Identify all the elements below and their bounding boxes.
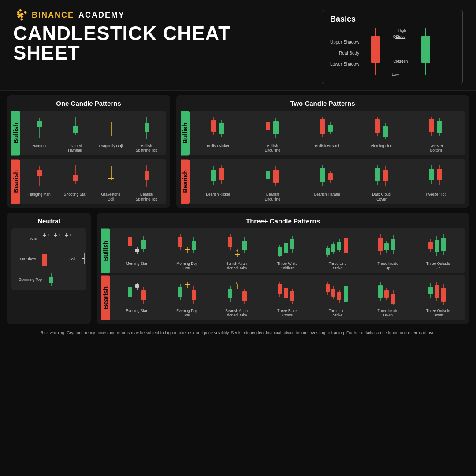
academy-text: ACADEMY [78, 11, 125, 20]
svg-rect-61 [383, 126, 388, 137]
basics-bearish-candle [367, 26, 384, 79]
three-line-strike-bear-candles [324, 278, 351, 307]
three-bearish-label-bar: Bearish [101, 275, 110, 320]
dragonfly-doji-candle [104, 113, 118, 142]
svg-rect-37 [145, 171, 149, 180]
svg-rect-97 [437, 169, 442, 180]
pattern-bullish-spinning-top: Bullish Spinning Top [129, 113, 164, 152]
bullish-kicker-candle [208, 113, 228, 142]
bullish-spinning-top-label: Bullish Spinning Top [134, 144, 160, 152]
svg-rect-55 [328, 125, 333, 132]
two-candle-bearish-group: Bearish Bearish Kicker [181, 159, 465, 204]
neutral-marubozu-doji: Marubozu Doji + [13, 250, 85, 268]
svg-rect-126 [141, 240, 146, 249]
pattern-dark-cloud-cover: Dark Cloud Cover [355, 162, 409, 201]
three-inside-up-label: Three Inside Up [375, 261, 401, 270]
svg-rect-160 [331, 244, 335, 252]
pattern-bearish-spinning-top: Bearish Spinning Top [129, 162, 164, 201]
two-bullish-label-bar: Bullish [181, 111, 190, 155]
morning-star-label: Morning Star [126, 261, 148, 266]
one-candle-bearish-patterns: Hanging Man Shooting Star [20, 159, 166, 204]
evening-doji-star-label: Evening Doji Star [174, 309, 200, 317]
pattern-hanging-man: Hanging Man [22, 162, 57, 201]
neutral-star: Star + + + [13, 230, 85, 248]
marubozu-label: Marubozu [13, 257, 37, 261]
neutral-patterns: Star + + + Marubozu [11, 228, 86, 290]
pattern-dragonfly-doji: Dragonfly Doji [93, 113, 128, 152]
morning-doji-star-candles [176, 231, 198, 260]
binance-text: BINANCE [32, 11, 74, 20]
one-candle-bullish-patterns: Hammer Inverted Hammer [20, 111, 166, 155]
svg-rect-67 [437, 121, 442, 133]
bullish-label-bar: Bullish [11, 111, 20, 155]
svg-text:+: + [69, 233, 72, 238]
one-candle-title: One Candle Patterns [11, 100, 166, 107]
svg-marker-6 [20, 18, 23, 21]
bearish-kicker-label: Bearish Kicker [206, 192, 230, 197]
basics-left-labels: Upper Shadow Real Body Lower Shadow [330, 40, 359, 67]
bottom-content: Neutral Star + + + [0, 210, 476, 326]
bearish-abandoned-baby-candles: + [226, 278, 249, 307]
three-candle-bullish-group: Bullish [101, 228, 465, 273]
svg-rect-117 [49, 277, 53, 283]
inverted-hammer-label: Inverted Hammer [62, 144, 89, 152]
hammer-candle [33, 113, 46, 142]
svg-rect-190 [135, 284, 139, 288]
piercing-line-candle [372, 113, 391, 142]
footer-text: Risk warning: Cryptocurrency prices and … [41, 330, 435, 335]
three-line-strike-bull-label: Three Line Strike [324, 261, 351, 270]
three-white-soldiers-candles [275, 231, 299, 260]
one-candle-section: One Candle Patterns Bullish Hammer [7, 95, 170, 208]
svg-rect-163 [337, 242, 341, 250]
shooting-star-candle [69, 162, 82, 190]
three-inside-up-candles [376, 231, 400, 260]
two-candle-section: Two Candle Patterns Bullish Bullish Kick… [176, 95, 469, 208]
svg-rect-154 [290, 239, 294, 249]
pattern-bearish-kicker: Bearish Kicker [191, 162, 245, 201]
svg-rect-157 [326, 248, 330, 255]
marubozu-candle [40, 250, 48, 268]
pattern-three-outside-up: Three Outside Up [413, 231, 463, 270]
bullish-engulfing-candle [263, 113, 282, 142]
morning-star-candles [126, 231, 148, 260]
header: BINANCE ACADEMY CANDLESTICK CHEAT SHEET … [0, 0, 476, 91]
svg-rect-52 [320, 119, 325, 134]
one-candle-divider [11, 157, 166, 157]
svg-rect-129 [178, 237, 182, 247]
svg-rect-215 [278, 284, 282, 294]
svg-rect-224 [326, 284, 330, 292]
pattern-bullish-abandoned-baby: + Bullish Aban- doned Baby [212, 231, 262, 270]
two-candle-bearish-patterns: Bearish Kicker Bearish Engulfing [190, 159, 465, 204]
hanging-man-label: Hanging Man [28, 192, 51, 197]
svg-rect-233 [344, 286, 348, 302]
two-candle-bullish-group: Bullish Bullish Kicker [181, 111, 465, 155]
three-inside-down-label: Three Inside Down [375, 309, 401, 317]
pattern-inverted-hammer: Inverted Hammer [58, 113, 93, 152]
pattern-evening-star: Evening Star [112, 278, 161, 317]
basics-box: Basics Upper Shadow Real Body Lower Shad… [322, 10, 463, 84]
morning-doji-star-label: Morning Doji Star [174, 261, 200, 270]
svg-rect-187 [128, 287, 132, 297]
pattern-morning-doji-star: Morning Doji Star [162, 231, 212, 270]
one-candle-bullish-group: Bullish Hammer [11, 111, 166, 155]
svg-rect-148 [278, 247, 282, 256]
pattern-morning-star: Morning Star [112, 231, 161, 270]
svg-rect-202 [192, 290, 196, 300]
dark-cloud-cover-label: Dark Cloud Cover [368, 192, 395, 201]
pattern-three-black-crows: Three Black Crows [263, 278, 312, 317]
pattern-bullish-engulfing: Bullish Engulfing [246, 113, 300, 152]
pattern-three-white-soldiers: Three White Soldiers [263, 231, 312, 270]
pattern-hammer: Hammer [22, 113, 57, 152]
dark-cloud-cover-candle [372, 162, 391, 190]
three-candle-section: Three+ Candle Patterns Bullish [97, 213, 469, 324]
svg-text:+: + [58, 233, 61, 238]
svg-marker-2 [24, 11, 27, 14]
svg-rect-40 [211, 120, 216, 132]
bearish-spinning-top-candle [140, 162, 153, 190]
pattern-evening-doji-star: Evening Doji Star [162, 278, 212, 317]
svg-rect-178 [428, 242, 433, 249]
gravestone-doji-label: Gravestone Doji [98, 192, 124, 201]
three-line-strike-bear-label: Three Line Strike [324, 309, 351, 317]
gravestone-doji-candle [104, 162, 118, 190]
spinning-top-label: Spinning Top [13, 277, 42, 282]
